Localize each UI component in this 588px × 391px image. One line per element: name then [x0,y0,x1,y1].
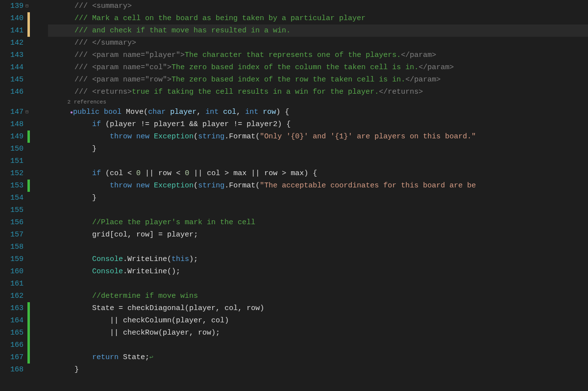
line-number[interactable]: 142 [0,37,24,49]
line-number[interactable]: 168 [0,364,24,376]
codelens-references[interactable]: 2 references [48,98,588,106]
code-line[interactable]: if (player != player1 && player != playe… [48,118,588,130]
line-number[interactable]: 147⊟ [0,106,24,118]
line-number[interactable]: 160 [0,265,24,278]
return-arrow-icon: ↩ [149,354,153,361]
code-line-highlighted[interactable]: /// and check if that move has resulted … [48,25,588,37]
code-line[interactable]: return State;↩ [48,351,588,364]
code-editor[interactable]: 139⊟ 140 141 142 143 144 145 146 147⊟ 14… [0,0,588,391]
change-marker-saved [27,351,30,364]
code-line[interactable]: || checkColumn(player, col) [48,314,588,327]
code-line[interactable]: || checkRow(player, row); [48,327,588,339]
change-marker-modified [27,12,30,25]
code-line[interactable] [48,204,588,216]
code-line[interactable]: /// <param name="row">The zero based ind… [48,74,588,86]
code-line[interactable]: throw new Exception(string.Format("Only … [48,130,588,143]
line-number[interactable]: 164 [0,314,24,327]
line-number[interactable]: 152 [0,167,24,180]
line-number[interactable]: 165 [0,327,24,339]
code-line[interactable]: } [48,143,588,155]
code-line[interactable] [48,278,588,290]
line-number[interactable]: 145 [0,74,24,86]
line-number[interactable]: 151 [0,155,24,167]
code-line[interactable]: if (col < 0 || row < 0 || col > max || r… [48,167,588,180]
line-number[interactable]: 162 [0,290,24,302]
code-line[interactable]: /// <returns>true if taking the cell res… [48,86,588,98]
code-line[interactable] [48,339,588,351]
codelens-spacer [0,98,24,106]
line-number[interactable]: 155 [0,204,24,216]
code-line[interactable]: /// <summary> [48,0,588,12]
code-line[interactable]: State = checkDiagonal(player, col, row) [48,302,588,314]
line-number[interactable]: 166 [0,339,24,351]
code-line[interactable]: /// </summary> [48,37,588,49]
line-number[interactable]: 146 [0,86,24,98]
line-number[interactable]: 161 [0,278,24,290]
line-number[interactable]: 141 [0,25,24,37]
code-line[interactable]: //Place the player's mark in the cell [48,216,588,229]
line-number[interactable]: 159 [0,253,24,265]
line-number[interactable]: 149 [0,130,24,143]
code-line[interactable]: } [48,192,588,204]
change-marker-saved [27,339,30,351]
code-line[interactable]: /// Mark a cell on the board as being ta… [48,12,588,25]
code-line[interactable]: /// <param name="player">The character t… [48,49,588,61]
line-number[interactable]: 163 [0,302,24,314]
code-line[interactable]: ●public bool Move(char player, int col, … [48,106,588,118]
code-line[interactable] [48,241,588,253]
change-marker-saved [27,130,30,143]
outline-margin [30,0,48,391]
line-number[interactable]: 140 [0,12,24,25]
change-marker-modified [27,25,30,37]
line-number[interactable]: 148 [0,118,24,130]
code-line[interactable]: Console.WriteLine(); [48,265,588,278]
code-text-area[interactable]: /// <summary> /// Mark a cell on the boa… [48,0,588,391]
code-line[interactable] [48,155,588,167]
code-line[interactable]: grid[col, row] = player; [48,229,588,241]
change-marker-saved [27,302,30,314]
line-number[interactable]: 144 [0,61,24,74]
fold-icon[interactable]: ⊟ [24,106,29,118]
line-number[interactable]: 154 [0,192,24,204]
line-number[interactable]: 167 [0,351,24,364]
code-line[interactable]: throw new Exception(string.Format("The a… [48,180,588,192]
line-number[interactable]: 150 [0,143,24,155]
line-number[interactable]: 153 [0,180,24,192]
change-marker-saved [27,314,30,327]
fold-icon[interactable]: ⊟ [24,0,29,12]
line-number-gutter[interactable]: 139⊟ 140 141 142 143 144 145 146 147⊟ 14… [0,0,27,391]
line-number[interactable]: 143 [0,49,24,61]
line-number[interactable]: 158 [0,241,24,253]
line-number[interactable]: 139⊟ [0,0,24,12]
code-line[interactable]: //determine if move wins [48,290,588,302]
code-line[interactable]: } [48,364,588,376]
change-marker-saved [27,327,30,339]
code-line[interactable]: /// <param name="col">The zero based ind… [48,61,588,74]
code-line[interactable]: Console.WriteLine(this); [48,253,588,265]
change-marker-saved [27,180,30,192]
line-number[interactable]: 157 [0,229,24,241]
line-number[interactable]: 156 [0,216,24,229]
